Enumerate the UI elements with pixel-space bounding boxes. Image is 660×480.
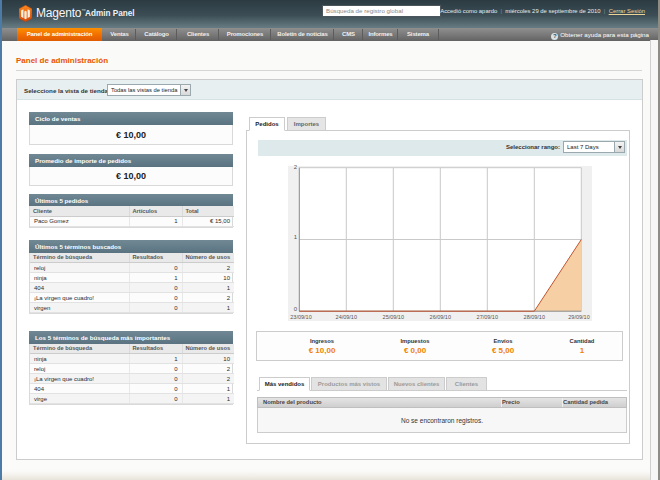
svg-text:26/09/10: 26/09/10 — [430, 314, 451, 320]
svg-text:24/09/10: 24/09/10 — [336, 314, 357, 320]
svg-text:29/09/10: 29/09/10 — [568, 314, 589, 320]
svg-text:27/09/10: 27/09/10 — [477, 314, 498, 320]
svg-text:23/09/10: 23/09/10 — [290, 314, 311, 320]
svg-text:28/09/10: 28/09/10 — [524, 314, 545, 320]
svg-text:25/09/10: 25/09/10 — [383, 314, 404, 320]
